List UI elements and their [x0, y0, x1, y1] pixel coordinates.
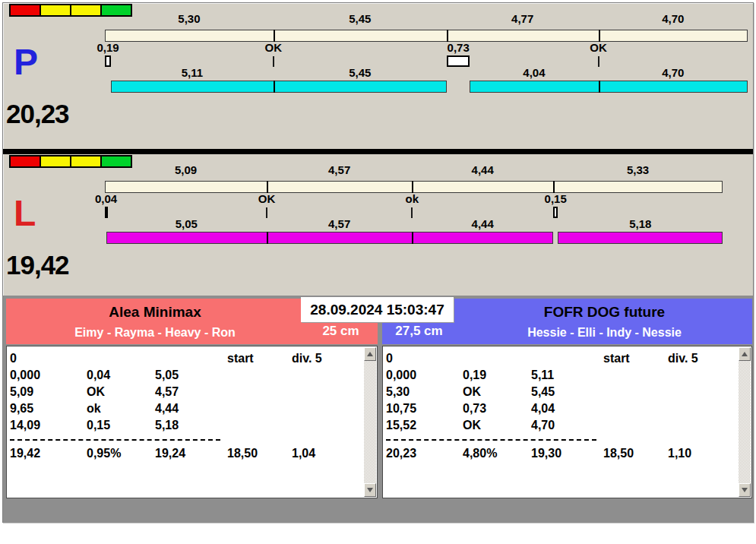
- table-row: 10,750,734,04: [386, 400, 738, 417]
- segment-divider: [267, 232, 268, 244]
- table-content: 0startdiv. 50,0000,045,055,09OK4,579,65o…: [7, 346, 363, 498]
- segment-divider: [274, 30, 275, 42]
- table-cell: 4,44: [155, 400, 227, 417]
- gate-mark-label: 0,15: [525, 193, 586, 205]
- scroll-up-button[interactable]: [364, 347, 376, 361]
- summary-separator: [10, 439, 220, 441]
- table-cell: 0,000: [386, 367, 463, 384]
- actual-segment-time: 4,57: [267, 218, 412, 230]
- dog-names: Eimy - Rayma - Heavy - Ron: [6, 326, 304, 340]
- jump-height-badge: 27,5 cm: [382, 324, 456, 339]
- lane-chart: 5,094,574,445,330,04OKok0,155,054,574,44…: [105, 154, 753, 296]
- scroll-up-button[interactable]: [739, 347, 751, 361]
- status-light: [70, 4, 102, 17]
- gate-mark-label: OK: [236, 193, 297, 205]
- gate-mark-label: OK: [568, 42, 629, 54]
- table-cell: OK: [87, 384, 155, 400]
- actual-bar: [111, 81, 447, 93]
- expected-segment-time: 4,70: [599, 13, 748, 25]
- table-row: 0,0000,045,05: [10, 367, 363, 384]
- table-cell: 0,15: [87, 417, 155, 434]
- table-cell: 20,23: [386, 445, 463, 462]
- lane-right-course: P20,235,305,454,774,700,19OK0,73OK5,115,…: [3, 3, 753, 149]
- table-cell: 0,04: [87, 367, 155, 384]
- segment-divider: [553, 181, 555, 193]
- table-cell: 4,57: [155, 384, 227, 400]
- table-summary-row: 20,234,80%19,3018,501,10: [386, 445, 738, 462]
- actual-segment-time: 5,45: [274, 67, 447, 79]
- status-light: [40, 155, 71, 168]
- status-light: [9, 155, 41, 168]
- table-content: 0startdiv. 50,0000,195,115,30OK5,4510,75…: [383, 346, 738, 498]
- table-cell: 15,52: [386, 417, 463, 434]
- scroll-down-icon: [742, 488, 748, 492]
- table-row: 5,30OK5,45: [386, 384, 738, 400]
- expected-segment-time: 4,57: [267, 164, 412, 176]
- status-light: [40, 4, 71, 17]
- status-light: [70, 155, 102, 168]
- table-cell: 19,30: [531, 445, 603, 462]
- table-cell: 4,04: [531, 400, 603, 417]
- gate-mark-label: OK: [243, 42, 304, 54]
- table-cell: 5,09: [10, 384, 87, 400]
- table-cell: OK: [463, 384, 531, 400]
- team-title: Alea Minimax: [6, 304, 304, 321]
- segment-divider: [599, 30, 600, 42]
- table-row: 5,09OK4,57: [10, 384, 363, 400]
- table-cell: div. 5: [292, 350, 353, 367]
- actual-bar: [558, 232, 723, 244]
- lane-left-course: L19,425,094,574,445,330,04OKok0,155,054,…: [3, 154, 753, 296]
- table-header-row: 0startdiv. 5: [10, 350, 363, 367]
- table-cell: 5,18: [155, 417, 227, 434]
- scroll-down-button[interactable]: [739, 483, 751, 497]
- jump-height-badge: 25 cm: [304, 324, 378, 339]
- table-cell: 0,19: [463, 367, 531, 384]
- expected-segment-time: 4,77: [447, 13, 599, 25]
- gate-mark-label: ok: [381, 193, 442, 205]
- table-cell: 18,50: [227, 445, 292, 462]
- table-cell: 14,09: [10, 417, 87, 434]
- table-cell: OK: [463, 417, 531, 434]
- gate-mark-label: 0,04: [76, 193, 137, 205]
- lane-letter: P: [14, 44, 38, 81]
- table-cell: 1,10: [668, 445, 729, 462]
- gate-mark-tick: [273, 56, 274, 67]
- expected-bar: [105, 30, 748, 42]
- gate-delay-box: [105, 55, 111, 67]
- expected-segment-time: 4,44: [412, 164, 553, 176]
- segment-divider: [412, 181, 413, 193]
- scroll-down-icon: [367, 488, 373, 492]
- segment-divider: [412, 232, 413, 244]
- summary-separator: [386, 439, 596, 441]
- scrollbar[interactable]: [739, 347, 751, 497]
- actual-segment-time: 5,11: [111, 67, 274, 79]
- actual-segment-time: 4,70: [599, 67, 748, 79]
- segment-divider: [274, 81, 275, 93]
- gate-delay-box: [105, 207, 108, 218]
- gate-mark-label: 0,19: [77, 42, 138, 54]
- table-cell: 5,11: [531, 367, 603, 384]
- table-cell: 1,04: [292, 445, 353, 462]
- table-cell: 4,80%: [463, 445, 531, 462]
- lane-chart: 5,305,454,774,700,19OK0,73OK5,115,454,04…: [105, 3, 753, 149]
- dog-names: Hessie - Elli - Indy - Nessie: [457, 326, 752, 340]
- status-light: [9, 4, 41, 17]
- table-row: 0,0000,195,11: [386, 367, 738, 384]
- lane-divider: [3, 149, 753, 154]
- timestamp: 28.09.2024 15:03:47: [301, 297, 454, 322]
- table-cell: 19,42: [10, 445, 87, 462]
- expected-segment-time: 5,33: [553, 164, 723, 176]
- expected-segment-time: 5,45: [274, 13, 447, 25]
- table-cell: 0: [10, 350, 87, 367]
- table-cell: 0,95%: [87, 445, 155, 462]
- table-cell: start: [227, 350, 292, 367]
- table-cell: 0: [386, 350, 463, 367]
- scroll-up-icon: [367, 352, 373, 356]
- gate-mark-label: 0,73: [428, 42, 489, 54]
- actual-bar: [106, 232, 553, 244]
- scrollbar[interactable]: [364, 347, 376, 497]
- gate-delay-box: [553, 207, 558, 218]
- scroll-down-button[interactable]: [364, 483, 376, 497]
- table-cell: 5,05: [155, 367, 227, 384]
- timing-window: P20,235,305,454,774,700,19OK0,73OK5,115,…: [2, 2, 754, 523]
